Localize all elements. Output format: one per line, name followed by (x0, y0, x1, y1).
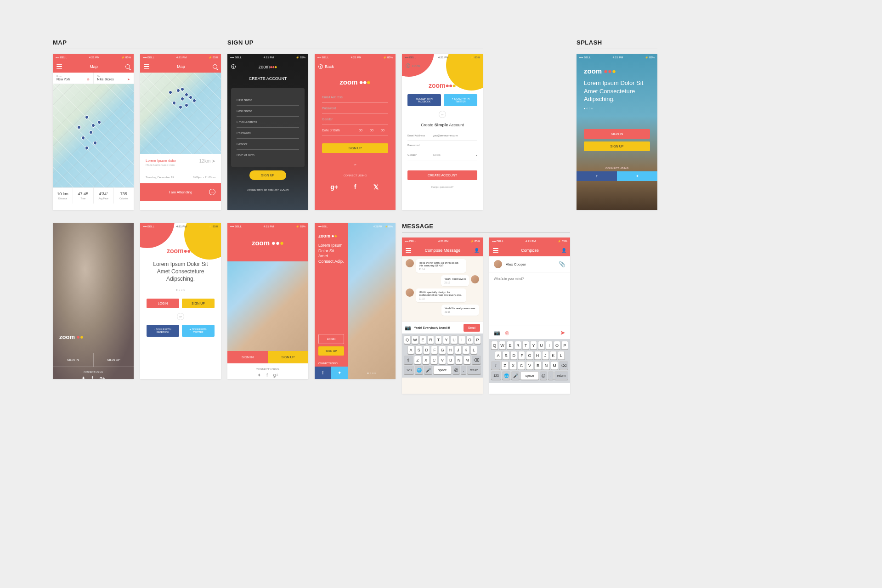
key-z[interactable]: Z (414, 356, 421, 364)
back-icon[interactable] (231, 64, 236, 69)
login-link[interactable]: Already have an account? LOGIN (227, 188, 308, 191)
globe-key[interactable]: 🌐 (502, 371, 510, 380)
key-w[interactable]: W (499, 341, 506, 350)
key-m[interactable]: M (464, 356, 471, 364)
user-icon[interactable]: 👤 (474, 248, 479, 253)
dot-key[interactable]: . (461, 366, 466, 374)
dob-day[interactable]: 00 (355, 129, 366, 132)
facebook-signup-button[interactable]: f SIGNUP WITH FACEBOOK (147, 325, 179, 337)
key-h[interactable]: H (447, 345, 454, 354)
facebook-button[interactable]: f (315, 367, 331, 379)
key-t[interactable]: T (435, 335, 442, 344)
dob-input[interactable] (237, 150, 299, 160)
dob-month[interactable]: 00 (366, 129, 377, 132)
menu-icon[interactable] (144, 64, 149, 69)
key-e[interactable]: E (507, 341, 514, 350)
firstname-input[interactable] (237, 95, 299, 106)
key-j[interactable]: J (455, 345, 462, 354)
key-q[interactable]: Q (404, 335, 411, 344)
menu-icon[interactable] (406, 248, 411, 253)
key-p[interactable]: P (474, 335, 481, 344)
email-input[interactable] (433, 134, 477, 137)
globe-key[interactable]: 🌐 (415, 366, 423, 374)
signin-button[interactable]: SIGN IN (227, 351, 268, 363)
key-o[interactable]: O (466, 335, 473, 344)
password-input[interactable] (322, 103, 388, 114)
back-button[interactable]: Back (402, 61, 483, 71)
key-r[interactable]: R (514, 341, 521, 350)
facebook-icon[interactable]: f (349, 181, 362, 193)
key-j[interactable]: J (542, 351, 549, 360)
facebook-icon[interactable]: f (92, 375, 93, 379)
gender-select[interactable]: Select (433, 153, 476, 157)
back-button[interactable]: Back (318, 64, 334, 69)
key-d[interactable]: D (423, 345, 430, 354)
key-f[interactable]: F (518, 351, 525, 360)
space-key[interactable]: space (520, 371, 539, 380)
lastname-input[interactable] (237, 106, 299, 117)
key-c[interactable]: C (518, 361, 525, 370)
key-g[interactable]: G (526, 351, 533, 360)
shift-key[interactable]: ⇧ (404, 356, 413, 364)
attend-button[interactable]: I am Attending → (140, 183, 221, 201)
menu-icon[interactable] (57, 64, 62, 69)
key-n[interactable]: N (455, 356, 463, 364)
key-t[interactable]: T (522, 341, 529, 350)
search-icon[interactable] (125, 64, 130, 69)
key-r[interactable]: R (427, 335, 434, 344)
search-icon[interactable] (213, 64, 217, 69)
password-input[interactable] (237, 128, 299, 139)
key-i[interactable]: I (546, 341, 553, 350)
to-field[interactable]: To Nike Stores➤ (94, 73, 134, 84)
signup-button[interactable]: SIGN UP (268, 351, 308, 363)
backspace-key[interactable]: ⌫ (472, 356, 481, 364)
key-b[interactable]: B (534, 361, 542, 370)
key-x[interactable]: X (422, 356, 430, 364)
facebook-button[interactable]: f (577, 171, 617, 181)
key-a[interactable]: A (407, 345, 414, 354)
email-input[interactable] (237, 117, 299, 128)
twitter-icon[interactable]: 𝕏 (369, 181, 382, 193)
signup-button[interactable]: SIGN UP (318, 346, 344, 356)
menu-icon[interactable] (493, 248, 498, 253)
gender-input[interactable] (237, 139, 299, 150)
send-icon[interactable]: ➤ (560, 329, 565, 336)
key-i[interactable]: I (458, 335, 465, 344)
message-input[interactable] (414, 326, 461, 329)
key-u[interactable]: U (538, 341, 545, 350)
key-b[interactable]: B (447, 356, 454, 364)
login-button[interactable]: LOGIN (318, 334, 344, 344)
key-c[interactable]: C (430, 356, 438, 364)
key-d[interactable]: D (510, 351, 517, 360)
num-key[interactable]: 123 (491, 371, 501, 380)
login-button[interactable]: LOGIN (147, 299, 179, 308)
twitter-signup-button[interactable]: ✦ SIGNUP WITH TWITTER (444, 94, 477, 106)
from-field[interactable]: From New York⊕ (53, 73, 94, 84)
key-x[interactable]: X (509, 361, 517, 370)
keyboard[interactable]: QWERTYUIOP ASDFGHJKL ⇧ZXCVBNM⌫ 123🌐🎤spac… (489, 339, 570, 383)
camera-icon[interactable]: 📷 (494, 330, 500, 336)
key-h[interactable]: H (534, 351, 541, 360)
key-a[interactable]: A (495, 351, 502, 360)
user-icon[interactable]: 👤 (561, 248, 566, 253)
create-account-button[interactable]: CREATE ACCOUNT (407, 170, 477, 180)
signin-button[interactable]: SIGN IN (584, 129, 650, 139)
at-key[interactable]: @ (452, 366, 460, 374)
email-input[interactable] (322, 92, 388, 103)
send-button[interactable]: Send (464, 324, 480, 332)
key-y[interactable]: Y (530, 341, 537, 350)
at-key[interactable]: @ (540, 371, 547, 380)
shift-key[interactable]: ⇧ (491, 361, 500, 370)
key-l[interactable]: L (470, 345, 477, 354)
googleplus-icon[interactable]: g+ (273, 373, 278, 378)
key-w[interactable]: W (412, 335, 418, 344)
forgot-link[interactable]: Forgot password? (402, 186, 483, 188)
twitter-signup-button[interactable]: ✦ SIGNUP WITH TWITTER (182, 325, 215, 337)
message-textarea[interactable] (494, 277, 565, 300)
gender-input[interactable] (322, 114, 388, 125)
key-u[interactable]: U (451, 335, 458, 344)
key-m[interactable]: M (551, 361, 558, 370)
key-z[interactable]: Z (501, 361, 509, 370)
dob-year[interactable]: 00 (377, 129, 388, 132)
signup-button[interactable]: SIGN UP (584, 141, 650, 151)
